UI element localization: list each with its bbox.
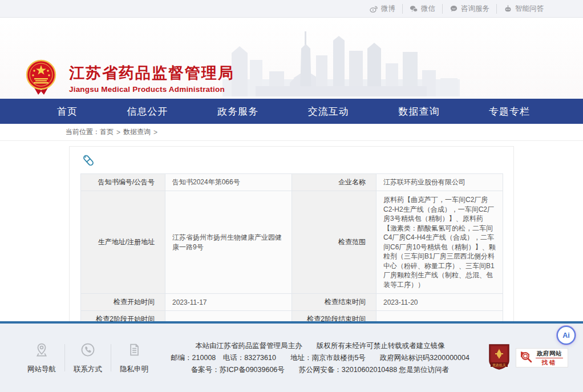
- site-map-link[interactable]: 网站导航: [24, 342, 59, 374]
- nav-item-home[interactable]: 首页: [57, 105, 78, 118]
- footer-info: 本站由江苏省药品监督管理局主办 版权所有未经许可禁止转载或者建立镜像 邮编：21…: [152, 340, 488, 376]
- site-subtitle: Jiangsu Medical Products Administration: [69, 85, 234, 94]
- address-label: 生产地址/注册地址: [81, 191, 165, 294]
- topbar: 微博 微信 咨询服务 智能问答: [0, 0, 583, 18]
- smart-qa-label: 智能问答: [515, 4, 544, 14]
- nav-item-info-disclosure[interactable]: 信息公开: [127, 105, 168, 118]
- contact-label: 联系方式: [74, 365, 102, 374]
- site-error-rule: [536, 358, 563, 358]
- footer-line-icp: 备案号：苏ICP备09039606号 苏公网安备：32010602010488 …: [160, 364, 480, 376]
- brand-text: 江苏省药品监督管理局 Jiangsu Medical Products Admi…: [69, 65, 234, 94]
- inspection-scope-label: 检查范围: [292, 191, 376, 294]
- inspection-start-label: 检查开始时间: [81, 294, 165, 311]
- brand: 江苏省药品监督管理局 Jiangsu Medical Products Admi…: [26, 59, 234, 99]
- map-pin-icon: [34, 342, 50, 360]
- pill-icon: [81, 153, 503, 170]
- site-error-report-badge[interactable]: 政府网站 找错: [516, 348, 568, 367]
- contact-link[interactable]: 联系方式: [70, 342, 106, 374]
- breadcrumb-link-home[interactable]: 首页: [100, 127, 114, 137]
- notice-number-value: 告知书2024年第066号: [165, 174, 292, 191]
- nav-item-data-query[interactable]: 数据查询: [398, 105, 439, 118]
- chat-bubble-icon: [450, 5, 458, 13]
- footer-quick-links: 网站导航 联系方式: [24, 342, 152, 374]
- national-emblem-logo: [26, 59, 56, 99]
- consult-service-link[interactable]: 咨询服务: [442, 4, 496, 14]
- phone-icon: [80, 342, 96, 360]
- inspection-scope-value: 原料药【曲克芦丁，一车间C2厂房C2-H2生产线（合成），一车间C2厂房3号精烘…: [376, 191, 503, 294]
- ai-assistant-button[interactable]: Ai: [557, 326, 576, 345]
- breadcrumb-separator: >: [153, 128, 157, 136]
- inspection-end-label: 检查结束时间: [292, 294, 376, 311]
- weibo-link[interactable]: 微博: [363, 4, 402, 14]
- weibo-label: 微博: [381, 4, 395, 14]
- company-name-label: 企业名称: [292, 174, 376, 191]
- breadcrumb-separator: >: [116, 128, 120, 136]
- table-row: 告知书编号/公告号 告知书2024年第066号 企业名称 江苏联环药业股份有限公…: [81, 174, 503, 191]
- consult-service-label: 咨询服务: [461, 4, 489, 14]
- footer: Ai 网站导航: [0, 321, 583, 392]
- privacy-link[interactable]: 隐私申明: [116, 342, 152, 374]
- footer-inner: 网站导航 联系方式: [0, 324, 583, 392]
- privacy-label: 隐私申明: [120, 365, 148, 374]
- table-row: 生产地址/注册地址 江苏省扬州市扬州生物健康产业园健康一路9号 检查范围 原料药…: [81, 191, 503, 294]
- nav-item-gov-services[interactable]: 政务服务: [217, 105, 258, 118]
- robot-icon: [504, 5, 512, 13]
- inspection-end-value: 2023-11-20: [376, 294, 503, 311]
- main-content: 告知书编号/公告号 告知书2024年第066号 企业名称 江苏联环药业股份有限公…: [0, 141, 583, 320]
- gov-emblem-badge[interactable]: 党政机关: [488, 343, 510, 372]
- table-row: 检查开始时间 2023-11-17 检查结束时间 2023-11-20: [81, 294, 503, 311]
- footer-line-host: 本站由江苏省药品监督管理局主办 版权所有未经许可禁止转载或者建立镜像: [160, 340, 480, 352]
- site-error-text: 政府网站 找错: [533, 350, 565, 365]
- address-value: 江苏省扬州市扬州生物健康产业园健康一路9号: [165, 191, 292, 294]
- nav-item-special-topics[interactable]: 专题专栏: [489, 105, 530, 118]
- footer-line-contact: 邮编：210008 电话：83273610 地址：南京市鼓楼街5号 政府网站标识…: [160, 352, 480, 364]
- nav-item-interaction[interactable]: 交流互动: [308, 105, 349, 118]
- breadcrumb: 当前位置： 首页 > 数据查询 >: [0, 124, 583, 141]
- magnifier-flag-icon: [519, 349, 533, 366]
- wechat-link[interactable]: 微信: [402, 4, 442, 14]
- site-map-label: 网站导航: [27, 365, 56, 374]
- company-name-value: 江苏联环药业股份有限公司: [376, 174, 503, 191]
- main-nav: 首页 信息公开 政务服务 交流互动 数据查询 专题专栏: [0, 99, 583, 124]
- weibo-icon: [370, 5, 378, 13]
- document-icon: [126, 342, 142, 360]
- notice-number-label: 告知书编号/公告号: [81, 174, 165, 191]
- breadcrumb-link-data-query[interactable]: 数据查询: [123, 127, 151, 137]
- footer-divider: [111, 344, 111, 371]
- site-error-top-label: 政府网站: [533, 350, 565, 357]
- breadcrumb-prefix: 当前位置：: [66, 127, 100, 137]
- smart-qa-link[interactable]: 智能问答: [496, 4, 550, 14]
- footer-divider: [64, 344, 65, 371]
- gov-emblem-badge-text: 党政机关: [492, 363, 506, 367]
- inspection-start-value: 2023-11-17: [165, 294, 292, 311]
- site-header: 江苏省药品监督管理局 Jiangsu Medical Products Admi…: [0, 18, 583, 99]
- wechat-label: 微信: [421, 4, 435, 14]
- city-skyline-illustration: [221, 18, 461, 99]
- site-error-bottom-label: 找错: [533, 359, 565, 366]
- site-title: 江苏省药品监督管理局: [69, 65, 234, 82]
- footer-badges: 党政机关 政府网站 找错: [488, 343, 568, 372]
- wechat-icon: [410, 5, 418, 13]
